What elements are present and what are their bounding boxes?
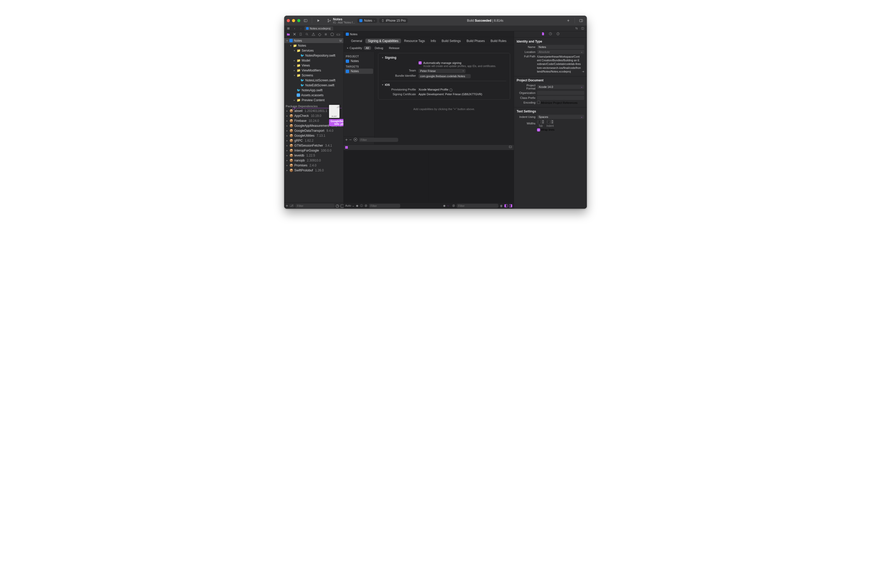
right-pane-toggle[interactable] xyxy=(509,204,512,207)
package-item[interactable]: ▸📦nanopb2.30910.0 xyxy=(284,158,343,163)
forward-icon[interactable]: › xyxy=(298,26,304,31)
add-files-icon[interactable]: + xyxy=(286,203,288,208)
reveal-in-finder-icon[interactable]: ➜ xyxy=(582,70,584,73)
console-show-icon[interactable]: ◉ xyxy=(443,204,446,207)
test-navigator-icon[interactable]: ◇ xyxy=(317,32,322,36)
console-view[interactable] xyxy=(429,150,514,202)
settings-tab[interactable]: Resource Tags xyxy=(401,39,428,43)
package-item[interactable]: ▸📦Promises2.4.0 xyxy=(284,163,343,168)
tree-folder[interactable]: ▸📁Model xyxy=(284,58,343,63)
info-toggle-icon[interactable]: ⓘ xyxy=(360,204,363,208)
indent-width-stepper[interactable]: 2▴▾ xyxy=(546,120,554,124)
package-item[interactable]: ▸📦Firebase10.24.0 xyxy=(284,118,343,123)
project-name-field[interactable]: Notes xyxy=(537,45,584,49)
file-inspector-icon[interactable] xyxy=(541,32,545,37)
source-control-navigator-icon[interactable]: ✕ xyxy=(292,32,296,36)
show-debug-area-icon[interactable] xyxy=(509,145,512,150)
find-navigator-icon[interactable] xyxy=(305,32,309,36)
target-pill[interactable]: Notes › xyxy=(357,18,377,23)
team-select[interactable]: Peter Friese xyxy=(419,69,465,73)
back-icon[interactable]: ‹ xyxy=(292,26,297,31)
adjust-editor-icon[interactable]: ⇆ xyxy=(574,26,579,31)
tree-project-root[interactable]: ▾ Notes M xyxy=(284,38,343,43)
sidebar-toggle-icon[interactable] xyxy=(302,18,309,24)
breakpoint-navigator-icon[interactable]: ⬠ xyxy=(330,32,334,36)
package-item[interactable]: ▸📦GoogleDataTransport9.4.0 xyxy=(284,128,343,133)
location-select[interactable]: Absolute⌄ xyxy=(537,50,584,54)
tree-folder[interactable]: ▸📁Views xyxy=(284,63,343,68)
issue-navigator-icon[interactable]: ⚠ xyxy=(311,32,315,36)
recent-filter-icon[interactable]: ◷ xyxy=(335,203,339,208)
tree-file[interactable]: 🐦NoteEditScreen.swift xyxy=(284,83,343,88)
package-item[interactable]: ▸📦InteropForGoogle100.0.0 xyxy=(284,148,343,153)
config-debug[interactable]: Debug xyxy=(373,46,385,50)
project-navigator-icon[interactable] xyxy=(286,32,290,36)
variables-view[interactable] xyxy=(344,150,429,202)
history-inspector-icon[interactable] xyxy=(548,32,552,37)
tree-file[interactable]: 🐦NotesListScreen.swift xyxy=(284,78,343,83)
help-inspector-icon[interactable] xyxy=(556,32,560,37)
run-button[interactable] xyxy=(315,18,322,24)
trash-icon[interactable]: 🗑 xyxy=(500,204,503,207)
add-target-icon[interactable]: + xyxy=(345,138,347,142)
jump-bar[interactable]: Notes xyxy=(344,31,514,37)
info-icon[interactable]: i xyxy=(449,88,452,91)
tree-folder[interactable]: ▸📁Preview Content xyxy=(284,97,343,103)
navigator-filter-input[interactable] xyxy=(295,204,335,208)
package-item[interactable]: ▸📦GoogleAppMeasurement10.24.0 xyxy=(284,123,343,128)
settings-tab[interactable]: Build Settings xyxy=(439,39,463,43)
left-pane-toggle[interactable] xyxy=(504,204,507,207)
variables-filter-input[interactable] xyxy=(369,204,400,208)
auto-scope-select[interactable]: Auto ⌄ xyxy=(345,204,354,207)
tab-width-stepper[interactable]: 2▴▾ xyxy=(537,120,544,124)
tree-file[interactable]: 🐦NotesRepository.swift xyxy=(284,53,343,58)
split-editor-icon[interactable] xyxy=(580,26,585,31)
class-prefix-field[interactable] xyxy=(537,96,584,100)
add-capability-button[interactable]: + Capability xyxy=(347,46,362,49)
report-navigator-icon[interactable]: ▭ xyxy=(336,32,340,36)
project-item[interactable]: Notes xyxy=(344,58,374,64)
project-format-select[interactable]: Xcode 14.0⌄ xyxy=(537,85,584,89)
tree-file[interactable]: 🐦NotesApp.swift xyxy=(284,88,343,93)
breakpoint-tab-icon[interactable] xyxy=(345,146,348,149)
remove-target-icon[interactable]: − xyxy=(349,138,352,142)
tree-folder[interactable]: ▸📁ViewModifiers xyxy=(284,68,343,73)
minimize-refs-checkbox[interactable] xyxy=(537,101,540,104)
bookmark-navigator-icon[interactable] xyxy=(299,32,303,36)
close-icon[interactable] xyxy=(287,19,290,22)
minimize-icon[interactable] xyxy=(292,19,295,22)
wrap-lines-checkbox[interactable]: ✓ xyxy=(537,128,540,132)
tree-folder[interactable]: ▾📁Screens xyxy=(284,73,343,78)
add-editor-icon[interactable]: + xyxy=(565,18,572,24)
bundle-id-field[interactable]: com.google.firebase.codelab.Notes xyxy=(419,74,471,78)
settings-tab[interactable]: Info xyxy=(428,39,438,43)
tree-file[interactable]: Assets.xcassets xyxy=(284,93,343,97)
related-items-icon[interactable]: ▦ xyxy=(286,26,291,31)
config-release[interactable]: Release xyxy=(387,46,401,50)
package-item[interactable]: ▸📦AppCheck10.19.0 xyxy=(284,113,343,118)
project-tree[interactable]: ▾ Notes M ▾📁Notes ▾📁Services 🐦NotesRepos… xyxy=(284,37,343,202)
package-item[interactable]: ▸📦GTMSessionFetcher3.4.1 xyxy=(284,143,343,148)
metadata-icon[interactable]: ⸪ xyxy=(447,204,449,207)
inspector-toggle-icon[interactable] xyxy=(578,18,584,24)
indent-using-select[interactable]: Spaces⌄ xyxy=(537,115,584,119)
tree-folder[interactable]: ▾📁Notes xyxy=(284,43,343,48)
package-item[interactable]: ▸📦leveldb1.22.5 xyxy=(284,153,343,158)
organization-field[interactable] xyxy=(537,91,584,95)
settings-tab[interactable]: Signing & Capabilities xyxy=(365,39,401,43)
settings-tab[interactable]: Build Rules xyxy=(488,39,509,43)
settings-tab[interactable]: Build Phases xyxy=(464,39,488,43)
scm-filter-icon[interactable]: ⎇ xyxy=(289,204,294,207)
target-item[interactable]: Notes xyxy=(345,69,373,74)
zoom-icon[interactable] xyxy=(297,19,300,22)
debug-navigator-icon[interactable]: ≡ xyxy=(324,32,328,36)
auto-manage-signing-checkbox[interactable]: ✓Automatically manage signing xyxy=(419,61,461,64)
view-toggle-icon[interactable]: ◉ xyxy=(356,204,359,207)
document-tab[interactable]: Notes.xcodeproj xyxy=(304,26,333,30)
device-pill[interactable]: iPhone 15 Pro xyxy=(379,18,408,23)
package-item[interactable]: ▸📦SwiftProtobuf1.26.0 xyxy=(284,168,343,173)
package-item[interactable]: ▸📦GoogleUtilities7.13.1 xyxy=(284,133,343,138)
scheme-selector[interactable]: Notes #1 - Add "Notes f… xyxy=(327,17,355,24)
tree-folder[interactable]: ▾📁Services xyxy=(284,48,343,53)
settings-tab[interactable]: General xyxy=(348,39,365,43)
